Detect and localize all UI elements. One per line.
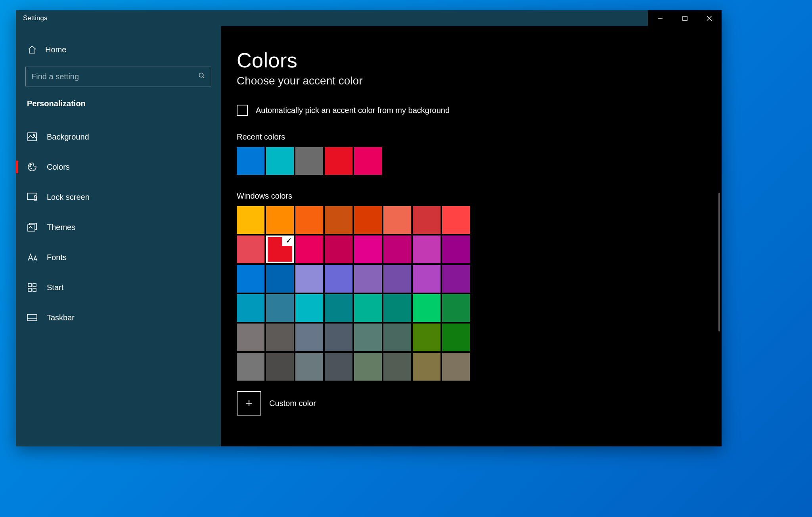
- search-box[interactable]: [25, 67, 211, 86]
- recent-colors-row: [237, 147, 722, 175]
- picture-icon: [27, 132, 37, 142]
- windows-color-swatch[interactable]: [442, 236, 470, 263]
- svg-point-8: [30, 166, 31, 167]
- sidebar-item-label: Colors: [47, 163, 70, 172]
- palette-icon: [27, 162, 37, 172]
- windows-color-swatch[interactable]: [413, 206, 440, 234]
- recent-color-swatch[interactable]: [237, 147, 264, 175]
- minimize-button[interactable]: [648, 10, 672, 26]
- windows-color-swatch[interactable]: [295, 324, 323, 351]
- auto-pick-row[interactable]: Automatically pick an accent color from …: [237, 105, 722, 116]
- windows-color-swatch[interactable]: [266, 294, 294, 322]
- svg-rect-17: [33, 288, 36, 291]
- sidebar-item-label: Start: [47, 283, 63, 292]
- sidebar-item-label: Taskbar: [47, 313, 75, 322]
- windows-color-swatch[interactable]: ✓: [266, 236, 294, 263]
- windows-color-swatch[interactable]: [413, 294, 440, 322]
- windows-color-swatch[interactable]: [237, 265, 264, 293]
- recent-color-swatch[interactable]: [325, 147, 352, 175]
- windows-color-swatch[interactable]: [413, 324, 440, 351]
- svg-point-7: [33, 134, 35, 136]
- home-button[interactable]: Home: [16, 42, 221, 67]
- windows-color-swatch[interactable]: [237, 324, 264, 351]
- windows-color-swatch[interactable]: [266, 353, 294, 381]
- sidebar-item-label: Themes: [47, 223, 75, 232]
- windows-color-swatch[interactable]: [442, 206, 470, 234]
- windows-color-swatch[interactable]: [295, 353, 323, 381]
- windows-color-swatch[interactable]: [442, 294, 470, 322]
- windows-color-swatch[interactable]: [442, 265, 470, 293]
- close-button[interactable]: [697, 10, 722, 26]
- svg-point-10: [31, 168, 32, 169]
- windows-color-swatch[interactable]: [325, 265, 352, 293]
- windows-color-swatch[interactable]: [325, 324, 352, 351]
- windows-color-swatch[interactable]: [383, 353, 411, 381]
- windows-color-swatch[interactable]: [237, 353, 264, 381]
- windows-color-row: [237, 324, 722, 351]
- search-input[interactable]: [31, 72, 198, 81]
- plus-icon: +: [245, 396, 253, 410]
- windows-color-swatch[interactable]: [295, 294, 323, 322]
- windows-color-swatch[interactable]: [237, 294, 264, 322]
- windows-color-swatch[interactable]: [442, 324, 470, 351]
- home-icon: [27, 44, 37, 55]
- page-subtitle: Choose your accent color: [237, 75, 722, 87]
- window-body: Home Personalization BackgroundColorsLoc…: [16, 26, 722, 446]
- add-custom-color-button[interactable]: +: [237, 391, 261, 416]
- windows-color-swatch[interactable]: [237, 206, 264, 234]
- windows-color-swatch[interactable]: [442, 353, 470, 381]
- windows-color-swatch[interactable]: [325, 236, 352, 263]
- windows-color-swatch[interactable]: [325, 353, 352, 381]
- scrollbar[interactable]: [718, 193, 720, 331]
- windows-color-swatch[interactable]: [413, 353, 440, 381]
- svg-rect-16: [28, 288, 31, 291]
- sidebar-item-themes[interactable]: Themes: [16, 212, 221, 242]
- windows-color-swatch[interactable]: [266, 324, 294, 351]
- custom-color-row[interactable]: + Custom color: [237, 391, 722, 416]
- windows-color-swatch[interactable]: [383, 206, 411, 234]
- recent-color-swatch[interactable]: [354, 147, 382, 175]
- windows-color-swatch[interactable]: [295, 206, 323, 234]
- windows-color-swatch[interactable]: [354, 206, 382, 234]
- windows-color-row: [237, 353, 722, 381]
- windows-color-swatch[interactable]: [295, 236, 323, 263]
- windows-color-swatch[interactable]: [383, 265, 411, 293]
- window-controls: [648, 10, 722, 26]
- titlebar: Settings: [16, 10, 722, 26]
- recent-color-swatch[interactable]: [295, 147, 323, 175]
- recent-color-swatch[interactable]: [266, 147, 294, 175]
- windows-color-swatch[interactable]: [295, 265, 323, 293]
- windows-color-swatch[interactable]: [266, 206, 294, 234]
- maximize-button[interactable]: [672, 10, 697, 26]
- sidebar-item-colors[interactable]: Colors: [16, 152, 221, 182]
- windows-color-swatch[interactable]: [354, 265, 382, 293]
- windows-color-swatch[interactable]: [354, 353, 382, 381]
- windows-color-swatch[interactable]: [325, 294, 352, 322]
- auto-pick-checkbox[interactable]: [237, 105, 248, 116]
- windows-color-swatch[interactable]: [383, 236, 411, 263]
- windows-color-swatch[interactable]: [325, 206, 352, 234]
- windows-color-swatch[interactable]: [237, 236, 264, 263]
- windows-color-row: [237, 265, 722, 293]
- windows-color-swatch[interactable]: [354, 236, 382, 263]
- sidebar-item-lock-screen[interactable]: Lock screen: [16, 182, 221, 212]
- windows-colors-grid: ✓: [237, 206, 722, 381]
- windows-color-swatch[interactable]: [383, 324, 411, 351]
- sidebar-item-start[interactable]: Start: [16, 272, 221, 303]
- windows-color-swatch[interactable]: [413, 265, 440, 293]
- windows-color-swatch[interactable]: [413, 236, 440, 263]
- windows-color-swatch[interactable]: [354, 294, 382, 322]
- sidebar-item-label: Background: [47, 132, 89, 142]
- windows-color-swatch[interactable]: [354, 324, 382, 351]
- svg-rect-1: [683, 16, 687, 21]
- windows-color-row: ✓: [237, 236, 722, 263]
- page-title: Colors: [237, 48, 722, 72]
- sidebar-item-fonts[interactable]: Fonts: [16, 242, 221, 272]
- windows-color-swatch[interactable]: [383, 294, 411, 322]
- windows-color-swatch[interactable]: [266, 265, 294, 293]
- sidebar-item-taskbar[interactable]: Taskbar: [16, 303, 221, 333]
- sidebar-item-background[interactable]: Background: [16, 122, 221, 152]
- windows-color-row: [237, 206, 722, 234]
- taskbar-icon: [27, 312, 37, 323]
- lockscreen-icon: [27, 192, 37, 202]
